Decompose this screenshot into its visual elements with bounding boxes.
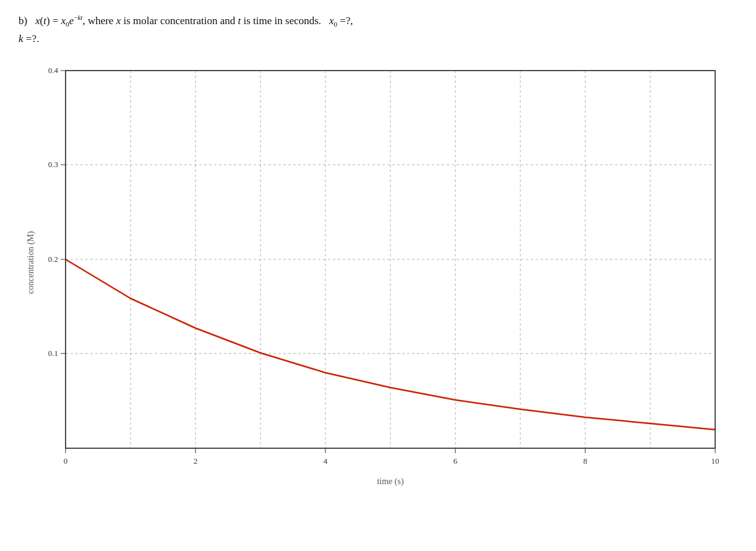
x-tick-10: 10: [711, 456, 719, 466]
formula: x(t) = x0e−kt, where x is molar concentr…: [35, 15, 353, 27]
x-tick-2: 2: [194, 456, 198, 466]
chart-svg: concentration (M) time (s): [22, 58, 734, 492]
x-tick-8: 8: [583, 456, 588, 466]
y-tick-03: 0.3: [48, 160, 58, 169]
question-text: b) x(t) = x0e−kt, where x is molar conce…: [19, 12, 737, 47]
chart-container: concentration (M) time (s): [22, 58, 734, 492]
y-tick-04: 0.4: [48, 66, 59, 75]
x-tick-4: 4: [324, 456, 328, 466]
y-axis-label: concentration (M): [26, 231, 36, 294]
unknowns: k =?.: [19, 33, 39, 45]
y-axis-ticks: 0.1 0.2 0.3 0.4: [48, 66, 66, 358]
x-axis-ticks: 0 2 4 6 8 10: [64, 448, 719, 466]
x-tick-6: 6: [453, 456, 458, 466]
x-tick-0: 0: [64, 456, 68, 466]
x-axis-label: time (s): [377, 477, 403, 487]
question-prefix: b): [19, 15, 33, 27]
y-tick-02: 0.2: [48, 254, 58, 264]
y-tick-01: 0.1: [48, 349, 58, 358]
